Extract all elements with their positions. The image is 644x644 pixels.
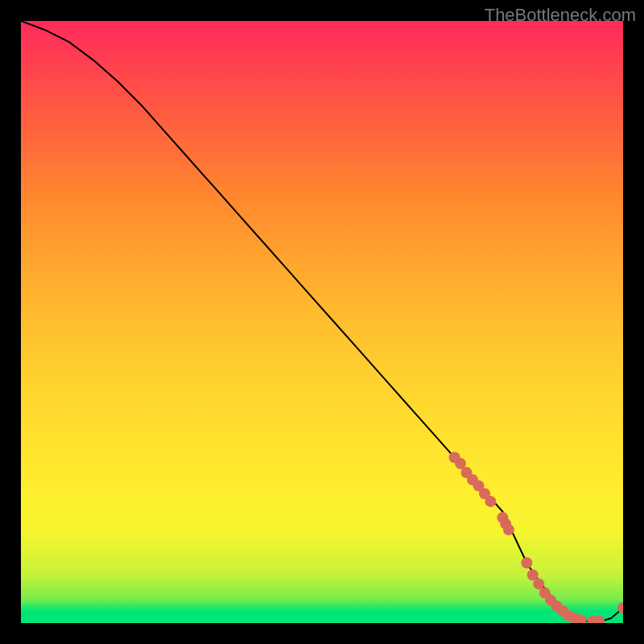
chart-point	[521, 557, 532, 568]
watermark-text: TheBottleneck.com	[485, 5, 636, 26]
chart-points	[449, 452, 623, 623]
chart-point	[503, 524, 514, 535]
chart-curve	[21, 21, 623, 622]
chart-point	[485, 496, 496, 507]
chart-plot-area	[21, 21, 623, 623]
chart-svg	[21, 21, 623, 623]
